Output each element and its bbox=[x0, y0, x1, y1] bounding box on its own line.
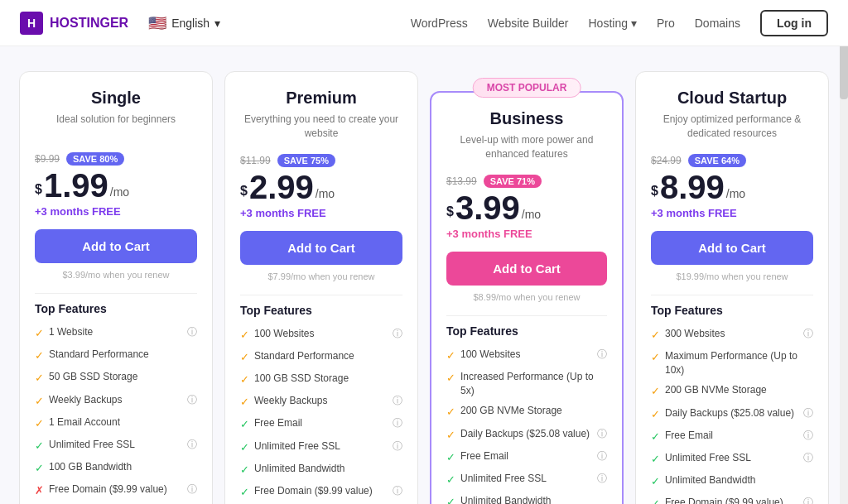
help-icon[interactable]: ⓘ bbox=[393, 394, 402, 408]
add-to-cart-button[interactable]: Add to Cart bbox=[446, 252, 607, 286]
feature-label: Unlimited Free SSL bbox=[254, 439, 388, 454]
help-icon[interactable]: ⓘ bbox=[803, 496, 813, 504]
feature-label: 1 Website bbox=[49, 325, 182, 339]
months-free: +3 months FREE bbox=[651, 207, 813, 219]
price-display: $ 2.99 /mo bbox=[240, 170, 402, 204]
feature-check-icon: ✓ bbox=[35, 371, 44, 386]
help-icon[interactable]: ⓘ bbox=[393, 327, 402, 341]
most-popular-badge: MOST POPULAR bbox=[473, 78, 581, 98]
help-icon[interactable]: ⓘ bbox=[393, 484, 402, 498]
help-icon[interactable]: ⓘ bbox=[597, 449, 607, 463]
price-row: $13.99 SAVE 71% bbox=[446, 175, 607, 188]
pricing-cards-grid: Single Ideal solution for beginners $9.9… bbox=[19, 71, 829, 504]
feature-check-icon: ✓ bbox=[651, 350, 660, 365]
plan-subtitle: Enjoy optimized performance & dedicated … bbox=[651, 113, 813, 141]
logo-icon: H bbox=[20, 12, 43, 35]
help-icon[interactable]: ⓘ bbox=[187, 393, 197, 407]
save-badge: SAVE 71% bbox=[484, 175, 542, 188]
help-icon[interactable]: ⓘ bbox=[803, 429, 813, 443]
months-free: +3 months FREE bbox=[35, 205, 197, 218]
features-title: Top Features bbox=[35, 302, 197, 315]
price-mo: /mo bbox=[316, 187, 335, 200]
features-title: Top Features bbox=[240, 304, 402, 317]
feature-check-icon: ✓ bbox=[651, 407, 660, 422]
feature-check-icon: ✓ bbox=[651, 497, 660, 504]
add-to-cart-button[interactable]: Add to Cart bbox=[35, 229, 197, 263]
feature-check-icon: ✓ bbox=[35, 439, 44, 454]
help-icon[interactable]: ⓘ bbox=[187, 482, 197, 497]
lang-label: English bbox=[171, 17, 210, 30]
feature-item: ✓ Unlimited Free SSL ⓘ bbox=[651, 451, 813, 467]
feature-check-icon: ✓ bbox=[240, 395, 249, 410]
feature-item: ✓ Maximum Performance (Up to 10x) bbox=[651, 349, 813, 377]
feature-label: Free Email bbox=[460, 449, 592, 463]
logo[interactable]: H HOSTINGER bbox=[20, 12, 128, 35]
plan-card-business: MOST POPULAR Business Level-up with more… bbox=[430, 91, 624, 504]
feature-label: 300 Websites bbox=[665, 327, 798, 341]
feature-check-icon: ✓ bbox=[35, 416, 44, 431]
price-mo: /mo bbox=[726, 187, 745, 200]
feature-label: Standard Performance bbox=[254, 349, 402, 363]
chevron-down-icon: ▾ bbox=[631, 17, 637, 30]
save-badge: SAVE 64% bbox=[688, 154, 746, 167]
feature-check-icon: ✓ bbox=[446, 473, 455, 487]
feature-item: ✓ 50 GB SSD Storage bbox=[35, 370, 197, 386]
feature-label: Maximum Performance (Up to 10x) bbox=[665, 349, 813, 377]
feature-item: ✓ 100 GB Bandwidth bbox=[35, 460, 197, 476]
help-icon[interactable]: ⓘ bbox=[393, 439, 402, 454]
price-dollar: $ bbox=[35, 182, 42, 197]
help-icon[interactable]: ⓘ bbox=[597, 427, 607, 441]
feature-check-icon: ✓ bbox=[240, 350, 249, 365]
nav-hosting[interactable]: Hosting ▾ bbox=[588, 17, 636, 30]
main-content: Single Ideal solution for beginners $9.9… bbox=[6, 46, 842, 504]
feature-label: Free Domain ($9.99 value) bbox=[49, 482, 182, 497]
divider bbox=[240, 295, 402, 295]
nav-domains[interactable]: Domains bbox=[695, 17, 740, 30]
feature-check-icon: ✓ bbox=[240, 463, 249, 478]
save-badge: SAVE 80% bbox=[66, 152, 124, 166]
feature-item: ✓ 200 GB NVMe Storage bbox=[651, 383, 813, 399]
feature-label: Daily Backups ($25.08 value) bbox=[460, 427, 592, 441]
price-mo: /mo bbox=[522, 208, 541, 221]
price-amount: 2.99 bbox=[249, 170, 314, 204]
save-badge: SAVE 75% bbox=[277, 154, 335, 167]
feature-check-icon: ✓ bbox=[35, 461, 44, 476]
feature-item: ✓ Standard Performance bbox=[35, 348, 197, 363]
nav-pro[interactable]: Pro bbox=[657, 17, 675, 30]
feature-label: Increased Performance (Up to 5x) bbox=[460, 370, 607, 398]
feature-item: ✓ Free Email ⓘ bbox=[240, 416, 402, 432]
login-button[interactable]: Log in bbox=[760, 10, 828, 36]
original-price: $24.99 bbox=[651, 155, 682, 166]
feature-label: 200 GB NVMe Storage bbox=[665, 383, 813, 397]
feature-label: Free Email bbox=[254, 416, 388, 430]
plan-title: Cloud Startup bbox=[651, 89, 813, 108]
help-icon[interactable]: ⓘ bbox=[597, 472, 607, 486]
add-to-cart-button[interactable]: Add to Cart bbox=[651, 231, 813, 265]
nav-website-builder[interactable]: Website Builder bbox=[488, 17, 569, 30]
help-icon[interactable]: ⓘ bbox=[187, 438, 197, 452]
help-icon[interactable]: ⓘ bbox=[803, 327, 813, 341]
nav-wordpress[interactable]: WordPress bbox=[411, 17, 468, 30]
feature-label: 100 Websites bbox=[460, 348, 592, 362]
language-selector[interactable]: 🇺🇸 English ▾ bbox=[148, 14, 220, 32]
add-to-cart-button[interactable]: Add to Cart bbox=[240, 231, 402, 265]
feature-check-icon: ✓ bbox=[651, 328, 660, 343]
feature-check-icon: ✓ bbox=[240, 328, 249, 343]
help-icon[interactable]: ⓘ bbox=[803, 451, 813, 465]
price-mo: /mo bbox=[110, 185, 129, 199]
feature-check-icon: ✓ bbox=[651, 430, 660, 444]
flag-icon: 🇺🇸 bbox=[148, 14, 166, 32]
help-icon[interactable]: ⓘ bbox=[187, 325, 197, 339]
help-icon[interactable]: ⓘ bbox=[597, 348, 607, 362]
plan-title: Premium bbox=[240, 89, 402, 108]
feature-item: ✓ Unlimited Free SSL ⓘ bbox=[446, 472, 607, 487]
renew-text: $8.99/mo when you renew bbox=[446, 292, 607, 302]
help-icon[interactable]: ⓘ bbox=[803, 406, 813, 420]
help-icon[interactable]: ⓘ bbox=[393, 416, 402, 430]
feature-label: Daily Backups ($25.08 value) bbox=[665, 406, 798, 420]
plan-title: Single bbox=[35, 89, 197, 108]
feature-label: 50 GB SSD Storage bbox=[49, 370, 197, 384]
feature-item: ✓ Unlimited Free SSL ⓘ bbox=[35, 438, 197, 454]
feature-check-icon: ✗ bbox=[35, 483, 44, 498]
feature-check-icon: ✓ bbox=[446, 428, 455, 443]
